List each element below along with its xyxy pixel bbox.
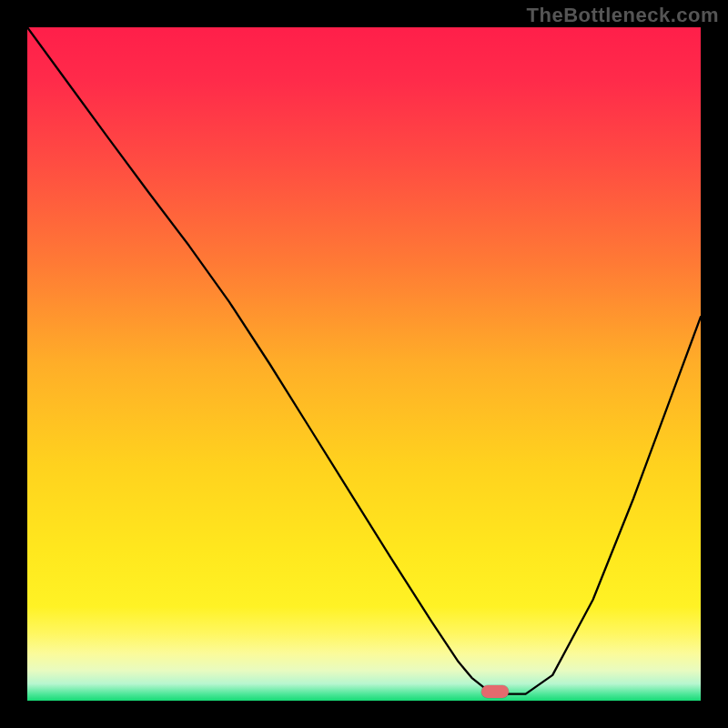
bottleneck-curve (27, 27, 701, 701)
plot-area (27, 27, 701, 701)
watermark-text: TheBottleneck.com (527, 4, 719, 27)
optimal-marker (481, 685, 509, 698)
chart-frame: TheBottleneck.com (0, 0, 728, 728)
